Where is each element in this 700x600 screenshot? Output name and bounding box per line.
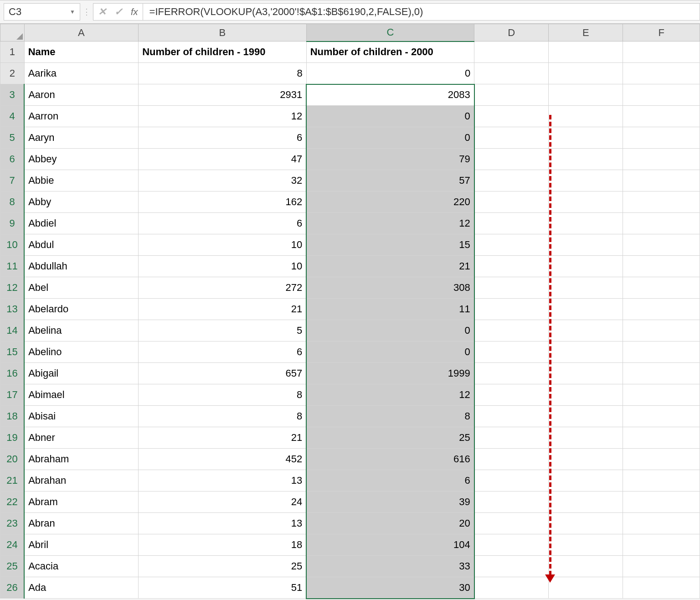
cell-A25[interactable]: Acacia [24, 556, 139, 577]
row-header-11[interactable]: 11 [0, 256, 25, 277]
row-header-26[interactable]: 26 [0, 577, 25, 599]
cell-F4[interactable] [623, 106, 700, 127]
cell-D15[interactable] [474, 341, 549, 363]
cell-B3[interactable]: 2931 [139, 84, 306, 106]
cell-D10[interactable] [474, 234, 549, 256]
cell-C26[interactable]: 30 [306, 577, 474, 599]
row-header-7[interactable]: 7 [0, 170, 25, 191]
cell-E24[interactable] [549, 534, 623, 556]
cell-F5[interactable] [623, 127, 700, 149]
cell-B9[interactable]: 6 [139, 213, 306, 234]
cell-C3[interactable]: 2083 [306, 84, 474, 106]
row-header-23[interactable]: 23 [0, 513, 25, 534]
cell-E5[interactable] [549, 127, 623, 149]
cell-D8[interactable] [474, 191, 549, 213]
cell-D22[interactable] [474, 491, 549, 513]
cell-D2[interactable] [474, 63, 549, 84]
cell-B16[interactable]: 657 [139, 363, 306, 384]
cell-B19[interactable]: 21 [139, 427, 306, 449]
cell-A19[interactable]: Abner [24, 427, 139, 449]
cell-C24[interactable]: 104 [306, 534, 474, 556]
row-header-15[interactable]: 15 [0, 341, 25, 363]
cell-D3[interactable] [474, 84, 549, 106]
cell-F8[interactable] [623, 191, 700, 213]
cell-C25[interactable]: 33 [306, 556, 474, 577]
cell-A18[interactable]: Abisai [24, 406, 139, 427]
cell-E16[interactable] [549, 363, 623, 384]
cell-D4[interactable] [474, 106, 549, 127]
row-header-8[interactable]: 8 [0, 191, 25, 213]
cell-F1[interactable] [623, 41, 700, 63]
cell-B22[interactable]: 24 [139, 491, 306, 513]
cell-A5[interactable]: Aaryn [24, 127, 139, 149]
cell-D13[interactable] [474, 299, 549, 320]
row-header-14[interactable]: 14 [0, 320, 25, 341]
cell-D16[interactable] [474, 363, 549, 384]
row-header-22[interactable]: 22 [0, 491, 25, 513]
cell-A1[interactable]: Name [24, 41, 139, 63]
cell-C2[interactable]: 0 [306, 63, 474, 84]
cell-E10[interactable] [549, 234, 623, 256]
cell-A16[interactable]: Abigail [24, 363, 139, 384]
cell-B21[interactable]: 13 [139, 470, 306, 491]
row-header-9[interactable]: 9 [0, 213, 25, 234]
cell-F25[interactable] [623, 556, 700, 577]
cell-D23[interactable] [474, 513, 549, 534]
cell-C14[interactable]: 0 [306, 320, 474, 341]
cell-F26[interactable] [623, 577, 700, 599]
cell-A10[interactable]: Abdul [24, 234, 139, 256]
cell-E13[interactable] [549, 299, 623, 320]
cell-F14[interactable] [623, 320, 700, 341]
row-header-3[interactable]: 3 [0, 84, 25, 106]
cell-B6[interactable]: 47 [139, 149, 306, 170]
row-header-6[interactable]: 6 [0, 149, 25, 170]
row-header-12[interactable]: 12 [0, 277, 25, 299]
cell-F3[interactable] [623, 84, 700, 106]
cell-B1[interactable]: Number of children - 1990 [139, 41, 306, 63]
cell-C15[interactable]: 0 [306, 341, 474, 363]
cell-A6[interactable]: Abbey [24, 149, 139, 170]
row-header-16[interactable]: 16 [0, 363, 25, 384]
row-header-18[interactable]: 18 [0, 406, 25, 427]
cell-C9[interactable]: 12 [306, 213, 474, 234]
cell-E6[interactable] [549, 149, 623, 170]
col-header-E[interactable]: E [549, 24, 623, 41]
name-box[interactable]: C3 ▼ [4, 3, 80, 21]
cell-E19[interactable] [549, 427, 623, 449]
cell-F11[interactable] [623, 256, 700, 277]
cell-B25[interactable]: 25 [139, 556, 306, 577]
cell-E25[interactable] [549, 556, 623, 577]
cell-E9[interactable] [549, 213, 623, 234]
cell-A4[interactable]: Aarron [24, 106, 139, 127]
cell-F19[interactable] [623, 427, 700, 449]
accept-icon[interactable]: ✓ [114, 6, 123, 18]
col-header-D[interactable]: D [474, 24, 549, 41]
cell-F16[interactable] [623, 363, 700, 384]
cell-D26[interactable] [474, 577, 549, 599]
row-header-13[interactable]: 13 [0, 299, 25, 320]
cell-E15[interactable] [549, 341, 623, 363]
cell-A14[interactable]: Abelina [24, 320, 139, 341]
cell-A26[interactable]: Ada [24, 577, 139, 599]
row-header-20[interactable]: 20 [0, 449, 25, 470]
row-header-25[interactable]: 25 [0, 556, 25, 577]
cell-C21[interactable]: 6 [306, 470, 474, 491]
row-header-24[interactable]: 24 [0, 534, 25, 556]
cell-F20[interactable] [623, 449, 700, 470]
cell-C5[interactable]: 0 [306, 127, 474, 149]
cell-B18[interactable]: 8 [139, 406, 306, 427]
row-header-5[interactable]: 5 [0, 127, 25, 149]
row-header-1[interactable]: 1 [0, 41, 25, 63]
cell-B4[interactable]: 12 [139, 106, 306, 127]
cell-B23[interactable]: 13 [139, 513, 306, 534]
cell-C10[interactable]: 15 [306, 234, 474, 256]
cell-A20[interactable]: Abraham [24, 449, 139, 470]
cell-D14[interactable] [474, 320, 549, 341]
cell-B14[interactable]: 5 [139, 320, 306, 341]
cell-C19[interactable]: 25 [306, 427, 474, 449]
cell-D21[interactable] [474, 470, 549, 491]
row-header-21[interactable]: 21 [0, 470, 25, 491]
cell-A15[interactable]: Abelino [24, 341, 139, 363]
cell-D5[interactable] [474, 127, 549, 149]
cell-D18[interactable] [474, 406, 549, 427]
